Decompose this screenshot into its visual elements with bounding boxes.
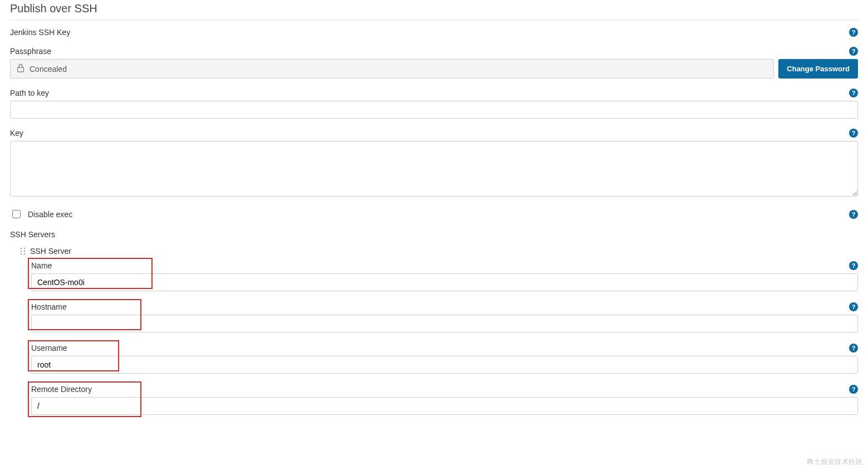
lock-icon — [16, 63, 25, 75]
disable-exec-label: Disable exec — [28, 210, 72, 219]
remote-directory-input[interactable] — [31, 397, 858, 415]
username-input[interactable] — [31, 356, 858, 374]
name-field-group: Name ? — [31, 261, 858, 291]
key-row: Key ? — [10, 129, 858, 198]
help-icon[interactable]: ? — [849, 129, 858, 138]
ssh-servers-label: SSH Servers — [10, 230, 858, 239]
passphrase-row: Passphrase ? Concealed Change Password — [10, 47, 858, 79]
username-field-group: Username ? — [31, 344, 858, 374]
path-to-key-label: Path to key — [10, 89, 49, 97]
help-icon[interactable]: ? — [849, 89, 858, 97]
disable-exec-checkbox[interactable] — [12, 210, 21, 218]
ssh-server-block: SSH Server Name ? Hostname ? Username — [10, 247, 858, 415]
help-icon[interactable]: ? — [849, 28, 858, 37]
svg-point-1 — [21, 248, 22, 249]
ssh-server-header: SSH Server — [20, 247, 858, 256]
svg-point-6 — [24, 253, 25, 254]
section-title: Publish over SSH — [10, 0, 858, 20]
disable-exec-label-wrap[interactable]: Disable exec — [10, 208, 72, 220]
ssh-server-title: SSH Server — [30, 247, 71, 256]
jenkins-ssh-key-label: Jenkins SSH Key — [10, 28, 70, 37]
passphrase-concealed-text: Concealed — [30, 65, 67, 74]
svg-rect-0 — [18, 67, 24, 72]
jenkins-ssh-key-row: Jenkins SSH Key ? — [10, 28, 858, 37]
svg-point-5 — [21, 253, 22, 254]
path-to-key-row: Path to key ? — [10, 89, 858, 119]
help-icon[interactable]: ? — [849, 47, 858, 56]
hostname-field-group: Hostname ? — [31, 302, 858, 332]
help-icon[interactable]: ? — [849, 302, 858, 311]
name-label: Name — [31, 261, 52, 270]
remote-directory-label: Remote Directory — [31, 385, 92, 394]
passphrase-display: Concealed — [10, 59, 774, 79]
svg-point-2 — [24, 248, 25, 249]
key-textarea[interactable] — [10, 141, 858, 197]
ssh-server-fields: Name ? Hostname ? Username ? — [20, 261, 858, 415]
key-label: Key — [10, 129, 23, 138]
help-icon[interactable]: ? — [849, 344, 858, 352]
remote-directory-field-group: Remote Directory ? — [31, 385, 858, 415]
help-icon[interactable]: ? — [849, 210, 858, 219]
help-icon[interactable]: ? — [849, 261, 858, 270]
svg-point-3 — [21, 251, 22, 252]
username-label: Username — [31, 344, 67, 352]
drag-handle-icon[interactable] — [20, 247, 26, 256]
name-input[interactable] — [31, 273, 858, 291]
change-password-button[interactable]: Change Password — [778, 59, 858, 79]
hostname-input[interactable] — [31, 315, 858, 332]
help-icon[interactable]: ? — [849, 385, 858, 394]
svg-point-4 — [24, 251, 25, 252]
path-to-key-input[interactable] — [10, 101, 858, 119]
disable-exec-row: Disable exec ? — [10, 208, 858, 220]
passphrase-label: Passphrase — [10, 47, 51, 56]
hostname-label: Hostname — [31, 302, 67, 311]
